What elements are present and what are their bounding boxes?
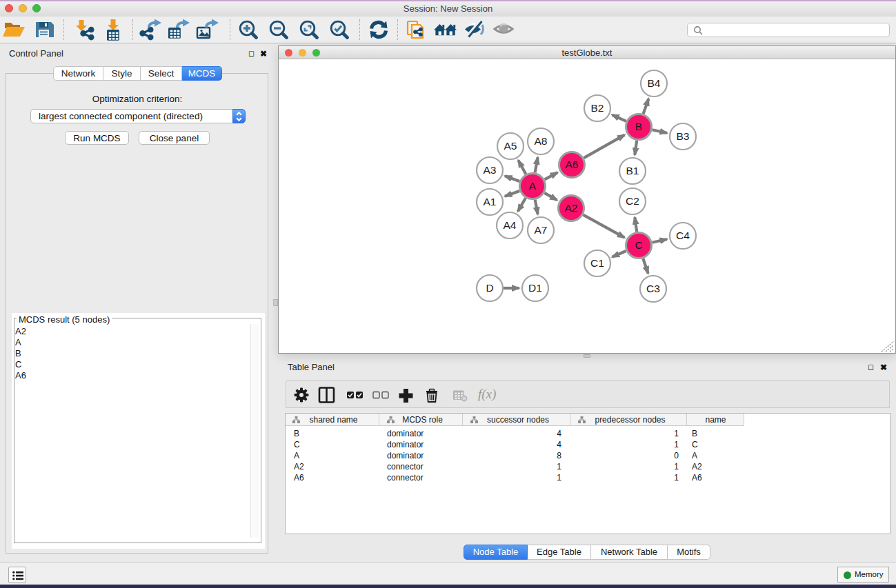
svg-text:A: A [529, 180, 537, 192]
svg-text:A4: A4 [504, 219, 517, 231]
svg-text:D1: D1 [528, 282, 542, 294]
svg-text:C1: C1 [590, 257, 604, 269]
svg-text:A2: A2 [565, 202, 578, 214]
svg-text:D: D [486, 282, 493, 294]
svg-text:B4: B4 [648, 77, 661, 89]
svg-text:A3: A3 [484, 164, 497, 176]
svg-text:C4: C4 [676, 230, 690, 241]
svg-text:A1: A1 [484, 196, 497, 207]
svg-text:C3: C3 [646, 283, 660, 294]
svg-text:C: C [635, 239, 642, 251]
svg-text:C2: C2 [626, 195, 639, 207]
svg-text:B1: B1 [626, 165, 639, 176]
svg-text:A7: A7 [535, 224, 548, 236]
svg-text:A6: A6 [566, 159, 579, 170]
svg-text:B2: B2 [591, 102, 604, 114]
svg-text:B: B [635, 121, 642, 132]
svg-text:A8: A8 [535, 135, 548, 147]
svg-text:B3: B3 [677, 130, 690, 142]
svg-text:A5: A5 [504, 140, 517, 152]
